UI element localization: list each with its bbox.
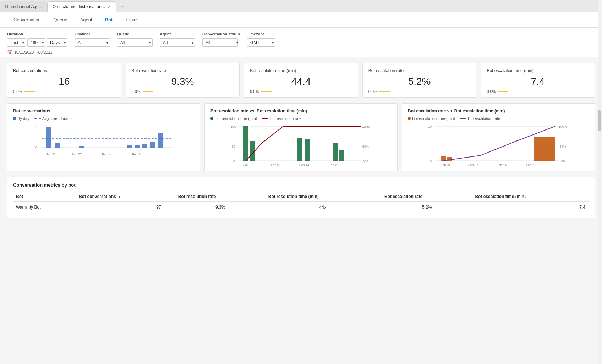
timezone-select[interactable]: GMT [247, 38, 275, 47]
svg-rect-46 [534, 137, 555, 161]
table-row: Warranty Bot 97 9.3% 44.4 5.2% 7.4 [13, 202, 589, 213]
kpi-bot-resolution-time-bar [261, 91, 272, 92]
cell-resolution-rate: 9.3% [175, 202, 266, 213]
kpi-bot-escalation-time-change: 0.0% [487, 89, 496, 94]
kpi-bot-conversations-value: 16 [13, 76, 115, 87]
kpi-bot-conversations-change: 0.0% [13, 89, 22, 94]
svg-rect-30 [333, 143, 338, 161]
svg-text:0: 0 [233, 159, 235, 162]
svg-text:100%: 100% [361, 125, 370, 128]
conversation-status-select[interactable]: All [202, 38, 238, 47]
cell-bot-name: Warranty Bot [13, 202, 76, 213]
kpi-bot-conversations-title: Bot conversations [13, 68, 115, 73]
legend-avg-dash [34, 118, 41, 119]
table-section-title: Conversation metrics by bot [13, 182, 589, 188]
channel-select[interactable]: All [75, 38, 110, 47]
tab-queue[interactable]: Queue [47, 12, 74, 27]
charts-row: Bot conversations By day Avg. over durat… [7, 103, 595, 171]
kpi-bot-escalation-rate-title: Bot escalation rate [368, 68, 471, 73]
legend-by-day: By day [13, 116, 29, 121]
svg-rect-5 [55, 143, 60, 148]
filter-conversation-status: Conversation status All [202, 32, 240, 47]
filter-queue: Queue All [117, 32, 153, 47]
svg-text:5: 5 [35, 125, 38, 129]
browser-tab-1[interactable]: Omnichannel Age... [0, 1, 47, 12]
agent-select[interactable]: All [160, 38, 195, 47]
svg-text:Feb 21: Feb 21 [329, 163, 339, 167]
filters-bar: Duration Last 180 Days [0, 28, 602, 57]
kpi-bot-escalation-rate: Bot escalation rate 5.2% 0.0% [362, 63, 477, 98]
svg-text:0%: 0% [363, 159, 368, 162]
date-range-text: 10/11/2020 - 4/8/2021 [14, 50, 53, 54]
chart-bot-escalation-area: 20 0 100% 50% 0% J [408, 123, 589, 166]
svg-rect-26 [243, 126, 248, 161]
sort-icon: ▼ [118, 195, 121, 199]
legend-resolution-time-dot [210, 117, 213, 120]
svg-rect-31 [339, 150, 344, 161]
duration-last-select[interactable]: Last [7, 38, 26, 47]
kpi-bot-resolution-rate: Bot resolution rate 9.3% 0.0% [126, 63, 240, 98]
tab-agent[interactable]: Agent [74, 12, 99, 27]
scrollbar[interactable] [598, 0, 602, 224]
svg-rect-10 [150, 142, 155, 148]
legend-resolution-rate: Bot resolution rate [262, 116, 301, 121]
legend-escalation-time-dot [408, 117, 411, 120]
duration-value-select[interactable]: 180 [27, 38, 45, 47]
legend-resolution-time: Bot resolution time (min) [210, 116, 257, 121]
legend-avg-duration: Avg. over duration [34, 116, 74, 121]
cell-escalation-time: 7.4 [472, 202, 589, 213]
svg-text:Jan 31: Jan 31 [441, 163, 450, 167]
table-section: Conversation metrics by bot Bot Bot conv… [7, 177, 595, 218]
svg-rect-4 [46, 127, 51, 148]
kpi-bot-escalation-time-bar [498, 91, 508, 92]
tab-conversation[interactable]: Conversation [7, 12, 47, 27]
scrollbar-thumb[interactable] [598, 110, 601, 131]
svg-text:100: 100 [231, 125, 236, 128]
svg-rect-11 [158, 133, 163, 148]
svg-rect-7 [127, 145, 132, 148]
th-bot: Bot [13, 192, 76, 202]
chart-bot-escalation-legend: Bot escalation time (min) Bot escalation… [408, 116, 589, 121]
svg-rect-44 [441, 156, 446, 161]
queue-label: Queue [117, 32, 153, 36]
filter-duration: Duration Last 180 Days [7, 32, 67, 47]
svg-text:Feb 14: Feb 14 [299, 163, 309, 167]
svg-text:Feb 21: Feb 21 [132, 153, 142, 156]
legend-avg-label: Avg. over duration [42, 116, 74, 121]
kpi-bot-conversations-bar [24, 91, 35, 92]
close-icon[interactable]: × [108, 4, 111, 10]
tab-bot[interactable]: Bot [99, 12, 119, 27]
kpi-bot-resolution-time: Bot resolution time (min) 44.4 0.0% [244, 63, 358, 98]
kpi-bot-escalation-rate-value: 5.2% [368, 76, 471, 87]
cell-escalation-rate: 5.2% [382, 202, 472, 213]
legend-escalation-rate-label: Bot escalation rate [468, 116, 500, 121]
legend-resolution-rate-line [262, 118, 268, 119]
tab-topics[interactable]: Topics [119, 12, 145, 27]
conversation-status-label: Conversation status [202, 32, 240, 36]
kpi-bot-escalation-time: Bot escalation time (min) 7.4 0.0% [481, 63, 595, 98]
chart-bot-conversations-legend: By day Avg. over duration [13, 116, 194, 121]
legend-escalation-rate-line [460, 118, 466, 119]
agent-label: Agent [160, 32, 195, 36]
th-bot-conversations[interactable]: Bot conversations ▼ [76, 192, 175, 202]
chart-bot-conversations-title: Bot conversations [13, 109, 194, 114]
th-resolution-time: Bot resolution time (min) [266, 192, 382, 202]
nav-tabs: Conversation Queue Agent Bot Topics [0, 12, 602, 28]
chart-bot-resolution-svg: 100 50 0 100% 50% 0% [210, 123, 392, 170]
svg-text:Feb 14: Feb 14 [102, 153, 112, 156]
legend-by-day-label: By day [17, 116, 29, 121]
svg-text:50%: 50% [560, 145, 566, 148]
svg-text:50: 50 [232, 145, 235, 148]
metrics-table: Bot Bot conversations ▼ Bot resolution r… [13, 192, 589, 213]
duration-period-select[interactable]: Days [47, 38, 67, 47]
kpi-bot-escalation-time-title: Bot escalation time (min) [487, 68, 589, 73]
new-tab-button[interactable]: + [117, 3, 127, 10]
queue-select[interactable]: All [117, 38, 153, 47]
svg-rect-28 [297, 138, 302, 161]
svg-text:20: 20 [428, 125, 432, 128]
kpi-bot-resolution-rate-bar [143, 91, 153, 92]
th-resolution-rate: Bot resolution rate [175, 192, 266, 202]
filter-timezone: Timezone GMT [247, 32, 275, 47]
svg-text:Feb 07: Feb 07 [468, 163, 478, 167]
browser-tab-2[interactable]: Omnichannel historical an... × [47, 1, 116, 12]
